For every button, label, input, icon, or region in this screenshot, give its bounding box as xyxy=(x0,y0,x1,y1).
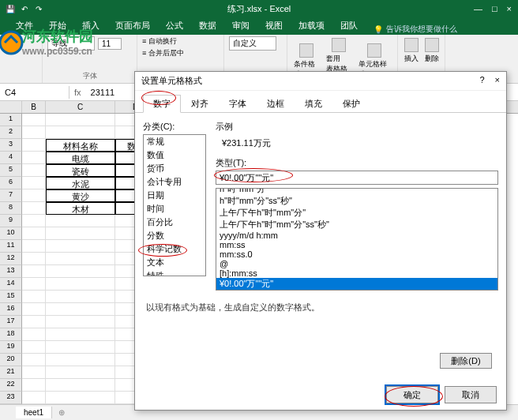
tab-data[interactable]: 数据 xyxy=(191,17,224,35)
insert-button[interactable]: 插入 xyxy=(403,36,420,66)
col-header[interactable]: C xyxy=(46,101,115,113)
maximize-icon[interactable]: □ xyxy=(492,4,497,13)
number-format-combo[interactable]: 自定义 xyxy=(229,36,276,51)
dtab-font[interactable]: 字体 xyxy=(219,95,257,113)
bulb-icon: 💡 xyxy=(373,25,383,34)
category-item[interactable]: 百分比 xyxy=(144,216,205,229)
type-input[interactable] xyxy=(216,171,498,185)
type-item[interactable]: 上午/下午h"时"mm"分"ss"秒" xyxy=(216,219,497,231)
sample-value: ¥231.11万元 xyxy=(216,133,498,157)
window-buttons: — □ × xyxy=(474,4,518,13)
dtab-protect[interactable]: 保护 xyxy=(332,95,370,113)
wrap-button[interactable]: 自动换行 xyxy=(148,37,177,45)
tab-layout[interactable]: 页面布局 xyxy=(107,17,158,35)
cancel-button[interactable]: 取消 xyxy=(445,386,497,403)
category-item[interactable]: 数值 xyxy=(144,148,205,162)
table-format-icon xyxy=(332,38,346,52)
dialog-description: 以现有格式为基础，生成自定义的数字格式。 xyxy=(135,298,506,317)
cell-style-icon xyxy=(367,43,381,58)
minimize-icon[interactable]: — xyxy=(474,4,482,13)
delete-format-button[interactable]: 删除(D) xyxy=(440,353,492,369)
category-item[interactable]: 文本 xyxy=(144,256,205,269)
dtab-border[interactable]: 边框 xyxy=(257,95,295,113)
watermark-1: 河东软件园 xyxy=(22,27,93,46)
type-label: 类型(T): xyxy=(216,157,498,169)
type-item[interactable]: yyyy/m/d h:mm xyxy=(216,231,497,240)
category-item[interactable]: 时间 xyxy=(144,202,205,216)
category-list[interactable]: 常规数值货币会计专用日期时间百分比分数科学记数文本特殊自定义 xyxy=(143,134,206,276)
quick-access-toolbar: 💾 ↶ ↷ xyxy=(0,3,44,14)
dtab-number[interactable]: 数字 xyxy=(143,95,181,113)
sample-label: 示例 xyxy=(216,121,498,133)
font-group-label: 字体 xyxy=(47,71,132,81)
type-item[interactable]: mm:ss.0 xyxy=(216,249,497,259)
category-item[interactable]: 货币 xyxy=(144,162,205,175)
format-cells-dialog: 设置单元格格式 ? × 数字 对齐 字体 边框 填充 保护 分类(C): 常规数… xyxy=(134,71,507,411)
fx-icon[interactable]: fx xyxy=(69,88,86,97)
window-title: 练习.xlsx - Excel xyxy=(44,3,474,15)
name-box[interactable]: C4 xyxy=(0,86,69,99)
close-icon[interactable]: × xyxy=(507,4,512,13)
category-item[interactable]: 科学记数 xyxy=(144,242,205,256)
title-bar: 💾 ↶ ↷ 练习.xlsx - Excel — □ × xyxy=(0,0,518,17)
redo-icon[interactable]: ↷ xyxy=(33,3,44,14)
formula-content[interactable]: 23111 xyxy=(86,86,120,99)
tab-view[interactable]: 视图 xyxy=(257,17,291,35)
type-list[interactable]: h:mm:ssh"时"mm"分"h"时"mm"分"ss"秒"上午/下午h"时"m… xyxy=(216,188,498,291)
type-item[interactable]: [h]:mm:ss xyxy=(216,268,497,278)
dialog-tabs: 数字 对齐 字体 边框 填充 保护 xyxy=(135,94,506,113)
category-label: 分类(C): xyxy=(143,122,175,131)
sheet-tab-1[interactable]: heet1 xyxy=(16,407,52,418)
delete-icon xyxy=(425,38,439,52)
new-sheet-button[interactable]: ⊕ xyxy=(52,407,71,418)
undo-icon[interactable]: ↶ xyxy=(19,3,30,14)
tab-addin[interactable]: 加载项 xyxy=(291,17,332,35)
delete-button[interactable]: 删除 xyxy=(423,36,441,66)
type-item[interactable]: mm:ss xyxy=(216,240,497,249)
col-header[interactable]: B xyxy=(22,101,46,113)
type-item[interactable]: h"时"mm"分" xyxy=(216,188,497,195)
select-all[interactable] xyxy=(0,101,22,113)
category-item[interactable]: 特殊 xyxy=(144,269,205,276)
watermark-2: www.pc0359.cn xyxy=(22,46,92,57)
ok-button[interactable]: 确定 xyxy=(386,386,438,403)
close-icon[interactable]: × xyxy=(495,75,500,84)
tab-team[interactable]: 团队 xyxy=(332,17,366,35)
insert-icon xyxy=(404,38,419,52)
category-item[interactable]: 日期 xyxy=(144,189,205,202)
cond-format-icon xyxy=(299,43,313,58)
dtab-fill[interactable]: 填充 xyxy=(295,95,332,113)
type-item[interactable]: 上午/下午h"时"mm"分" xyxy=(216,207,497,219)
align-icon[interactable]: ≡ xyxy=(142,37,146,45)
type-item[interactable]: @ xyxy=(216,259,497,268)
category-item[interactable]: 会计专用 xyxy=(144,175,205,189)
category-item[interactable]: 分数 xyxy=(144,229,205,242)
type-item[interactable]: h"时"mm"分"ss"秒" xyxy=(216,195,497,207)
size-combo[interactable]: 11 xyxy=(98,38,122,50)
dialog-title: 设置单元格格式 xyxy=(141,75,202,87)
tell-me[interactable]: 💡 告诉我你想要做什么 xyxy=(373,24,457,35)
help-icon[interactable]: ? xyxy=(479,75,484,84)
align-icon2[interactable]: ≡ xyxy=(142,49,146,57)
dtab-align[interactable]: 对齐 xyxy=(181,95,219,113)
tab-formula[interactable]: 公式 xyxy=(158,17,191,35)
type-item[interactable]: ¥0!.00"万""元" xyxy=(216,278,497,290)
site-logo xyxy=(0,28,25,57)
save-icon[interactable]: 💾 xyxy=(5,3,16,14)
tab-review[interactable]: 审阅 xyxy=(224,17,257,35)
merge-button[interactable]: 合并后居中 xyxy=(148,49,184,57)
category-item[interactable]: 常规 xyxy=(144,135,205,148)
